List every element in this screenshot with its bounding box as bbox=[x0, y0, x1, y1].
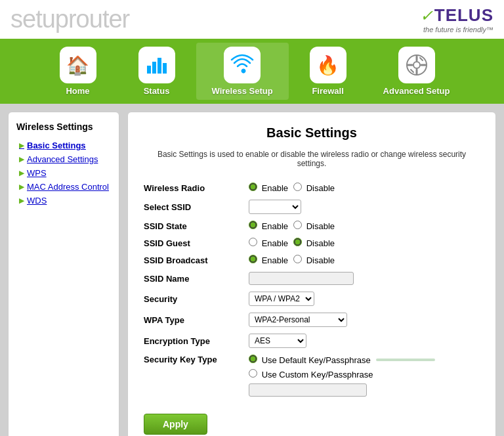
wireless-enable-option[interactable]: Enable bbox=[249, 183, 288, 193]
svg-rect-0 bbox=[147, 66, 151, 74]
nav-advanced[interactable]: Advanced Setup bbox=[368, 43, 466, 100]
ssid-guest-enable-radio[interactable] bbox=[249, 238, 257, 246]
sidebar-item-wds[interactable]: ▶ WDS bbox=[16, 194, 111, 207]
sidebar-title: Wireless Settings bbox=[16, 121, 111, 132]
ssid-state-disable-radio[interactable] bbox=[293, 221, 302, 229]
sidebar-item-advanced[interactable]: ▶ Advanced Settings bbox=[16, 152, 111, 166]
wireless-radio-controls: Enable Disable bbox=[249, 183, 335, 193]
arrow-icon: ▶ bbox=[19, 169, 24, 177]
wireless-disable-option[interactable]: Disable bbox=[293, 183, 335, 193]
nav-firewall-label: Firewall bbox=[312, 86, 343, 96]
ssid-name-row: SSID Name bbox=[144, 272, 480, 285]
wpa-type-controls: WPA2-Personal WPA-Personal WPA2-Enterpri… bbox=[249, 313, 347, 327]
watermark-text: setuprouter bbox=[10, 5, 129, 33]
custom-key-option[interactable]: Use Custom Key/Passphrase bbox=[249, 369, 373, 380]
ssid-guest-disable[interactable]: Disable bbox=[293, 238, 335, 248]
security-label: Security bbox=[144, 294, 249, 304]
select-ssid-row: Select SSID bbox=[144, 200, 480, 214]
nav-home-label: Home bbox=[66, 86, 89, 96]
ssid-broadcast-disable-radio[interactable] bbox=[293, 255, 302, 263]
ssid-broadcast-controls: Enable Disable bbox=[249, 255, 335, 265]
sidebar-mac-link[interactable]: MAC Address Control bbox=[27, 182, 109, 192]
wpa-type-row: WPA Type WPA2-Personal WPA-Personal WPA2… bbox=[144, 313, 480, 327]
page-header: setuprouter ✓ TELUS the future is friend… bbox=[0, 0, 504, 39]
nav-status-label: Status bbox=[144, 86, 170, 96]
encryption-dropdown[interactable]: AES TKIP AES+TKIP bbox=[249, 334, 306, 348]
brand-tagline: the future is friendly™ bbox=[423, 26, 494, 33]
ssid-name-label: SSID Name bbox=[144, 274, 249, 284]
wireless-enable-radio[interactable] bbox=[249, 183, 257, 191]
svg-point-9 bbox=[413, 62, 420, 68]
nav-firewall[interactable]: 🔥 Firewall bbox=[289, 43, 368, 100]
ssid-state-enable-radio[interactable] bbox=[249, 221, 257, 229]
custom-key-row: Use Custom Key/Passphrase bbox=[249, 369, 435, 380]
ssid-guest-enable[interactable]: Enable bbox=[249, 238, 288, 248]
security-row: Security WPA / WPA2 WPA2 WPA WEP None bbox=[144, 292, 480, 306]
logo-area: ✓ TELUS the future is friendly™ bbox=[420, 5, 494, 33]
security-key-label: Security Key Type bbox=[144, 355, 249, 364]
wireless-icon bbox=[224, 47, 261, 83]
ssid-dropdown[interactable] bbox=[249, 200, 301, 214]
main-navbar: 🏠 Home Status Wireless Setup 🔥 Firewall bbox=[0, 39, 504, 104]
encryption-type-row: Encryption Type AES TKIP AES+TKIP bbox=[144, 334, 480, 348]
sidebar-item-basic[interactable]: ▶ Basic Settings bbox=[16, 139, 111, 152]
ssid-guest-disable-radio[interactable] bbox=[293, 238, 302, 246]
sidebar-wds-link[interactable]: WDS bbox=[27, 196, 47, 206]
sidebar-item-mac[interactable]: ▶ MAC Address Control bbox=[16, 180, 111, 194]
svg-rect-1 bbox=[152, 62, 156, 74]
select-ssid-controls bbox=[249, 200, 301, 214]
brand-name: TELUS bbox=[434, 5, 494, 26]
page-description: Basic Settings is used to enable or disa… bbox=[144, 150, 480, 168]
sidebar-wps-link[interactable]: WPS bbox=[27, 168, 47, 178]
arrow-icon: ▶ bbox=[19, 142, 24, 149]
svg-line-10 bbox=[420, 58, 423, 60]
apply-button[interactable]: Apply bbox=[144, 414, 207, 435]
custom-key-input[interactable] bbox=[249, 383, 367, 397]
select-ssid-label: Select SSID bbox=[144, 202, 249, 212]
arrow-icon: ▶ bbox=[19, 197, 24, 204]
sidebar-advanced-link[interactable]: Advanced Settings bbox=[27, 154, 98, 164]
svg-rect-2 bbox=[158, 58, 161, 74]
page-title: Basic Settings bbox=[144, 125, 480, 141]
wpa-type-dropdown[interactable]: WPA2-Personal WPA-Personal WPA2-Enterpri… bbox=[249, 313, 347, 327]
ssid-broadcast-enable[interactable]: Enable bbox=[249, 255, 288, 265]
ssid-broadcast-enable-radio[interactable] bbox=[249, 255, 257, 263]
svg-rect-3 bbox=[163, 63, 167, 74]
ssid-state-label: SSID State bbox=[144, 221, 249, 231]
default-key-value bbox=[376, 359, 435, 361]
encryption-type-controls: AES TKIP AES+TKIP bbox=[249, 334, 306, 348]
nav-home[interactable]: 🏠 Home bbox=[39, 43, 117, 100]
content-area: Basic Settings Basic Settings is used to… bbox=[127, 112, 496, 436]
nav-wireless[interactable]: Wireless Setup bbox=[196, 43, 289, 100]
ssid-broadcast-disable[interactable]: Disable bbox=[293, 255, 335, 265]
wpa-type-label: WPA Type bbox=[144, 315, 249, 325]
sidebar-basic-link[interactable]: Basic Settings bbox=[27, 141, 86, 150]
firewall-icon: 🔥 bbox=[310, 47, 346, 83]
nav-status[interactable]: Status bbox=[117, 43, 196, 100]
ssid-state-disable[interactable]: Disable bbox=[293, 221, 335, 231]
custom-key-radio[interactable] bbox=[249, 369, 257, 378]
wireless-disable-radio[interactable] bbox=[293, 183, 302, 191]
ssid-broadcast-label: SSID Broadcast bbox=[144, 255, 249, 265]
sidebar-item-wps[interactable]: ▶ WPS bbox=[16, 166, 111, 180]
security-dropdown[interactable]: WPA / WPA2 WPA2 WPA WEP None bbox=[249, 292, 314, 306]
arrow-icon: ▶ bbox=[19, 183, 24, 190]
ssid-name-input[interactable] bbox=[249, 272, 354, 285]
ssid-guest-row: SSID Guest Enable Disable bbox=[144, 238, 480, 248]
default-key-radio[interactable] bbox=[249, 355, 257, 363]
ssid-state-enable[interactable]: Enable bbox=[249, 221, 288, 231]
ssid-guest-label: SSID Guest bbox=[144, 238, 249, 248]
wireless-radio-row: Wireless Radio Enable Disable bbox=[144, 183, 480, 193]
security-key-row: Security Key Type Use Default Key/Passph… bbox=[144, 355, 480, 397]
default-key-option[interactable]: Use Default Key/Passphrase bbox=[249, 355, 371, 365]
settings-form: Wireless Radio Enable Disable Select SSI… bbox=[144, 183, 480, 397]
default-key-row: Use Default Key/Passphrase bbox=[249, 355, 435, 365]
main-content: Wireless Settings ▶ Basic Settings ▶ Adv… bbox=[0, 104, 504, 436]
nav-advanced-label: Advanced Setup bbox=[383, 86, 450, 96]
ssid-guest-controls: Enable Disable bbox=[249, 238, 335, 248]
telus-check-icon: ✓ bbox=[420, 7, 433, 25]
ssid-state-row: SSID State Enable Disable bbox=[144, 221, 480, 231]
advanced-icon bbox=[398, 47, 435, 83]
ssid-name-controls bbox=[249, 272, 354, 285]
ssid-broadcast-row: SSID Broadcast Enable Disable bbox=[144, 255, 480, 265]
